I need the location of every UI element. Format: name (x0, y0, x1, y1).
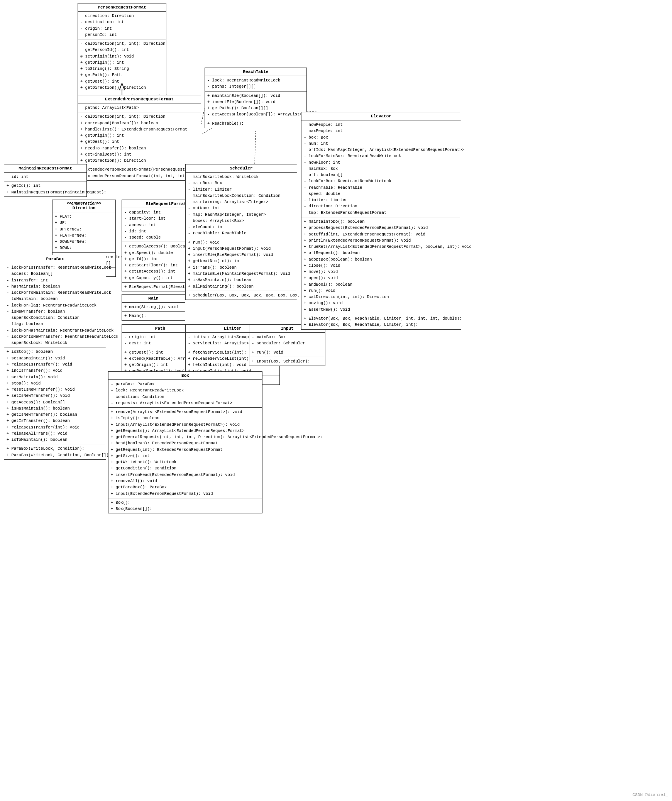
extended-person-request-format-box: ExtendedPersonRequestFormat - paths: Arr… (78, 95, 201, 181)
box-title: Box (108, 372, 262, 380)
reach-table-title: ReachTable (205, 68, 306, 76)
eprf-methods: - calDirection(int, int): Direction + co… (78, 112, 201, 165)
box-fields: - paraBox: ParaBox - lock: ReentrantRead… (108, 380, 262, 408)
main-title: Main (122, 295, 185, 303)
eprf-title: ExtendedPersonRequestFormat (78, 95, 201, 103)
scheduler-box: Scheduler - mainBoxWriteLock: WriteLock … (185, 164, 297, 300)
eprf-constructors: + ExtendedPersonRequestFormat(PersonRequ… (78, 165, 201, 180)
scheduler-title: Scheduler (186, 164, 297, 173)
main-box: Main + main(String[]): void + Main(): (122, 294, 185, 321)
scheduler-constructors: + Scheduler(Box, Box, Box, Box, Box, Box… (186, 291, 297, 300)
box-box: Box - paraBox: ParaBox - lock: Reentrant… (108, 371, 262, 513)
elevator-box: Elevator - nowPeople: int - maxPeople: i… (301, 112, 461, 330)
parabox-constructors: + ParaBox(WriteLock, Condition): + ParaB… (4, 444, 106, 459)
elevator-constructors: + Elevator(Box, Box, ReachTable, Limiter… (301, 314, 461, 329)
rt-methods: + maintainEle(Boolean[]): void + insertE… (205, 91, 306, 119)
parabox-methods: + isStop(): boolean + setHasMaintain(): … (4, 347, 106, 444)
input-fields: - mainBox: Box - scheduler: Scheduler (249, 333, 325, 348)
parabox-title: ParaBox (4, 255, 106, 263)
person-request-format-box: PersonRequestFormat - direction: Directi… (78, 3, 166, 101)
watermark: CSDN ©dianiel_ (633, 793, 668, 797)
parabox-box: ParaBox - lockForIsTransfer: ReentrantRe… (4, 255, 106, 460)
prf-methods: - calDirection(int, int): Direction - ge… (78, 39, 166, 92)
scheduler-fields: - mainBoxWriteLock: WriteLock - mainBox:… (186, 173, 297, 238)
main-methods: + main(String[]): void (122, 303, 185, 312)
person-request-format-title: PersonRequestFormat (78, 3, 166, 12)
elevator-fields: - nowPeople: int - maxPeople: int - box:… (301, 120, 461, 217)
scheduler-methods: + run(): void + input(PersonRequestForma… (186, 238, 297, 291)
eprf-fields: - paths: ArrayList<Path> (78, 103, 201, 112)
elevator-methods: + maintainToDo(): boolean + processReque… (301, 217, 461, 314)
parabox-fields: - lockForIsTransfer: ReentrantReadWriteL… (4, 263, 106, 347)
box-methods: + remove(ArrayList<ExtendedPersonRequest… (108, 408, 262, 498)
prf-fields: - direction: Direction - destination: in… (78, 12, 166, 39)
mrf-methods: + getId(): int + MaintainRequestFormat(M… (4, 181, 86, 196)
input-box: Input - mainBox: Box - scheduler: Schedu… (249, 324, 325, 366)
box-constructors: + Box(): + Box(Boolean[]): (108, 498, 262, 513)
maintain-request-format-box: MaintainRequestFormat - id: int + getId(… (4, 164, 87, 197)
rt-fields: - lock: ReentrantReadWriteLock - paths: … (205, 76, 306, 91)
rt-constructors: + ReachTable(): (205, 119, 306, 128)
direction-values: + FLAT: + UP: + UPForNew: + FLATForNew: … (52, 212, 115, 253)
elevator-title: Elevator (301, 112, 461, 120)
main-constructors: + Main(): (122, 312, 185, 320)
mrf-title: MaintainRequestFormat (4, 164, 86, 173)
direction-title: <<enumeration>> Direction (52, 200, 115, 212)
mrf-fields: - id: int (4, 173, 86, 181)
input-constructors: + Input(Box, Scheduler): (249, 357, 325, 366)
reach-table-box: ReachTable - lock: ReentrantReadWriteLoc… (205, 68, 307, 128)
input-methods: + run(): void (249, 348, 325, 357)
uml-diagram: PersonRequestFormat - direction: Directi… (0, 0, 672, 801)
